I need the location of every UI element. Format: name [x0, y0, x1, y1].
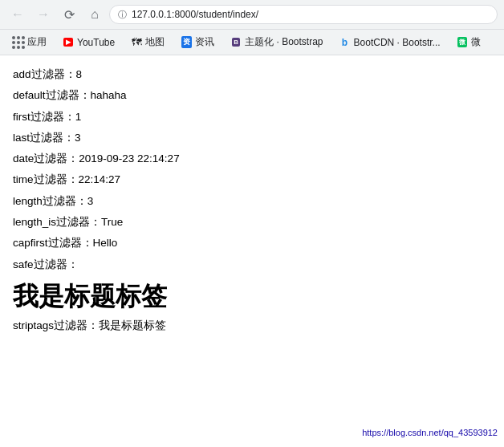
bookmark-news[interactable]: 资 资讯 [174, 33, 221, 52]
filter-time-label: time过滤器： [13, 173, 79, 185]
filter-date-label: date过滤器： [13, 152, 79, 165]
filter-time-value: 22:14:27 [79, 173, 121, 185]
filter-add: add过滤器：8 [13, 65, 491, 84]
nav-bar: ← → ⟳ ⌂ ⓘ 127.0.0.1:8000/student/index/ [0, 0, 504, 29]
bookmark-youtube[interactable]: ▶ YouTube [56, 33, 121, 52]
browser-chrome: ← → ⟳ ⌂ ⓘ 127.0.0.1:8000/student/index/ … [0, 0, 504, 55]
filter-striptags-value: 我是标题标签 [99, 319, 166, 331]
youtube-icon: ▶ [63, 37, 74, 48]
filter-capfirst-value: Hello [93, 237, 118, 249]
filter-first-value: 1 [75, 111, 82, 123]
bookmark-wei-label: 微 [471, 35, 481, 49]
page-content: add过滤器：8 default过滤器：hahaha first过滤器：1 la… [0, 55, 504, 447]
filter-default: default过滤器：hahaha [13, 86, 491, 105]
lock-icon: ⓘ [118, 9, 127, 21]
filter-add-label: add过滤器： [13, 68, 76, 80]
filter-length-is-value: True [101, 216, 123, 228]
wei-icon: 微 [457, 37, 468, 48]
filter-length-label: length过滤器： [13, 195, 87, 207]
bookmark-news-label: 资讯 [195, 35, 214, 49]
filter-date: date过滤器：2019-09-23 22:14:27 [13, 149, 491, 169]
home-button[interactable]: ⌂ [83, 3, 106, 26]
bookmark-map[interactable]: 🗺 地图 [124, 33, 171, 52]
filter-last-label: last过滤器： [13, 132, 75, 144]
refresh-button[interactable]: ⟳ [58, 3, 80, 26]
filter-length: length过滤器：3 [13, 192, 491, 211]
filter-capfirst: capfirst过滤器：Hello [13, 234, 491, 253]
bookmark-apps-label: 应用 [27, 35, 47, 49]
filter-default-label: default过滤器： [13, 89, 91, 101]
filter-add-value: 8 [76, 68, 83, 80]
forward-button[interactable]: → [32, 3, 55, 26]
filter-first: first过滤器：1 [13, 108, 491, 127]
bookmark-wei[interactable]: 微 微 [450, 33, 487, 52]
bookmarks-bar: 应用 ▶ YouTube 🗺 地图 资 资讯 B 主题化 · Bootstra [0, 29, 504, 55]
filter-last-value: 3 [75, 132, 81, 144]
filter-time: time过滤器：22:14:27 [13, 170, 491, 189]
filter-striptags: striptags过滤器：我是标题标签 [13, 316, 491, 335]
filter-capfirst-label: capfirst过滤器： [13, 237, 93, 249]
bookmark-bootstrap[interactable]: B 主题化 · Bootstrap [224, 33, 329, 52]
filter-default-value: hahaha [91, 89, 127, 101]
filter-date-value: 2019-09-23 22:14:27 [79, 152, 179, 165]
big-heading: 我是标题标签 [13, 281, 491, 311]
bookmark-bootcdn-label: BootCDN · Bootstr... [354, 37, 441, 48]
bookmark-map-label: 地图 [145, 35, 165, 49]
bookmark-bootstrap-label: 主题化 · Bootstrap [245, 35, 323, 49]
bookmark-bootcdn[interactable]: b BootCDN · Bootstr... [333, 33, 447, 52]
bootstrap-icon: B [230, 37, 242, 48]
filter-first-label: first过滤器： [13, 111, 75, 123]
status-bar-link[interactable]: https://blog.csdn.net/qq_43593912 [362, 425, 498, 441]
filter-last: last过滤器：3 [13, 128, 491, 148]
map-icon: 🗺 [131, 37, 142, 48]
filter-length-is: length_is过滤器：True [13, 213, 491, 232]
filter-safe-label: safe过滤器： [13, 258, 79, 270]
address-text: 127.0.0.1:8000/student/index/ [132, 9, 258, 20]
back-button[interactable]: ← [6, 3, 29, 26]
address-bar[interactable]: ⓘ 127.0.0.1:8000/student/index/ [109, 5, 498, 24]
bookmark-apps[interactable]: 应用 [6, 33, 53, 52]
news-icon: 资 [181, 37, 192, 48]
apps-icon [13, 37, 24, 48]
filter-length-is-label: length_is过滤器： [13, 216, 101, 228]
bootcdn-icon: b [339, 37, 351, 48]
filter-safe: safe过滤器： [13, 255, 491, 274]
filter-length-value: 3 [87, 195, 94, 207]
bookmark-youtube-label: YouTube [77, 37, 115, 48]
filter-striptags-label: striptags过滤器： [13, 319, 99, 331]
